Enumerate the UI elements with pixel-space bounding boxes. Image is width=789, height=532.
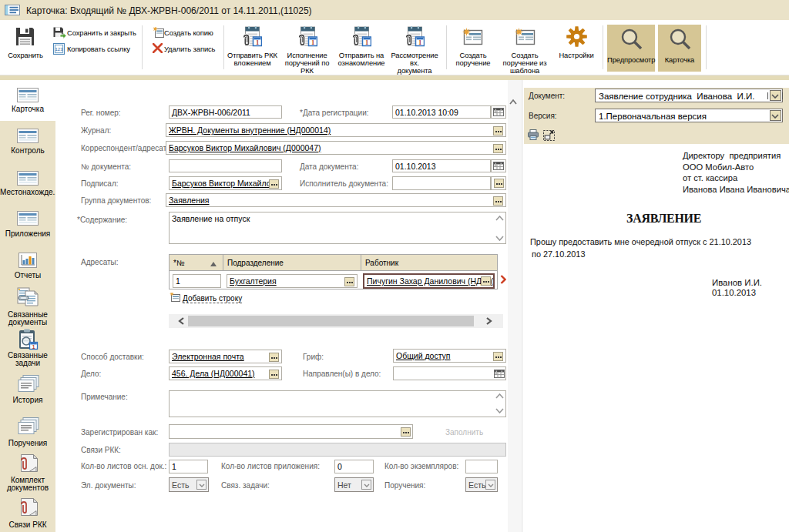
svg-text:123: 123 [55,47,63,52]
svg-text:1: 1 [32,344,35,350]
